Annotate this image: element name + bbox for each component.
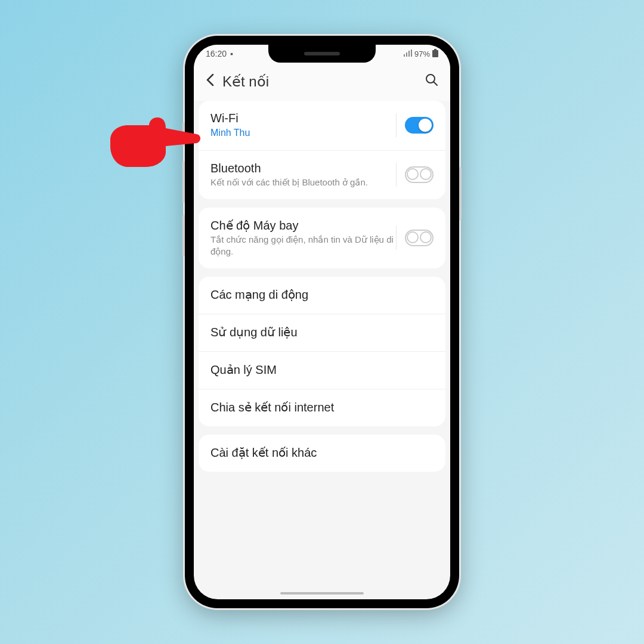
airplane-mode-row[interactable]: Chế độ Máy bay Tắt chức năng gọi điện, n… (199, 208, 445, 269)
bluetooth-row[interactable]: Bluetooth Kết nối với các thiết bị Bluet… (199, 151, 445, 199)
header: Kết nối (194, 63, 450, 101)
status-indicator-icon: ▪ (230, 49, 233, 58)
mobile-networks-label: Các mạng di động (210, 287, 434, 302)
airplane-desc: Tắt chức năng gọi điện, nhắn tin và Dữ l… (210, 234, 396, 258)
card-network: Các mạng di động Sử dụng dữ liệu Quản lý… (199, 277, 445, 426)
other-connection-settings-row[interactable]: Cài đặt kết nối khác (199, 435, 445, 472)
card-wireless: Wi-Fi Minh Thu Bluetooth Kết nối với các… (199, 101, 445, 199)
home-indicator[interactable] (280, 592, 364, 595)
card-airplane: Chế độ Máy bay Tắt chức năng gọi điện, n… (199, 208, 445, 269)
battery-percent: 97% (414, 49, 430, 58)
svg-rect-3 (411, 49, 412, 57)
data-usage-label: Sử dụng dữ liệu (210, 325, 434, 339)
wifi-row[interactable]: Wi-Fi Minh Thu (199, 101, 445, 151)
airplane-toggle[interactable] (405, 230, 434, 246)
other-settings-label: Cài đặt kết nối khác (210, 445, 434, 460)
page-title: Kết nối (222, 73, 269, 90)
sim-management-label: Quản lý SIM (210, 363, 434, 377)
airplane-label: Chế độ Máy bay (210, 218, 396, 233)
phone-screen: 16:20 ▪ 97% Kết nối (194, 45, 450, 599)
volume-down-button (182, 215, 185, 256)
power-button (459, 167, 462, 221)
wifi-network-name: Minh Thu (210, 126, 396, 140)
bluetooth-label: Bluetooth (210, 162, 396, 175)
pointer-hand-annotation (107, 110, 203, 184)
sim-management-row[interactable]: Quản lý SIM (199, 352, 445, 389)
bluetooth-desc: Kết nối với các thiết bị Bluetooth ở gần… (210, 177, 396, 188)
search-button[interactable] (425, 73, 438, 90)
bluetooth-toggle[interactable] (405, 166, 434, 183)
signal-icon (404, 49, 412, 58)
wifi-label: Wi-Fi (210, 112, 396, 125)
status-time: 16:20 (206, 49, 227, 58)
wifi-toggle[interactable] (405, 117, 434, 134)
svg-rect-5 (432, 50, 438, 57)
speaker (304, 52, 340, 55)
mobile-networks-row[interactable]: Các mạng di động (199, 277, 445, 314)
battery-icon (432, 49, 438, 59)
svg-rect-0 (404, 54, 405, 57)
svg-rect-1 (406, 52, 407, 57)
card-other: Cài đặt kết nối khác (199, 435, 445, 472)
data-usage-row[interactable]: Sử dụng dữ liệu (199, 314, 445, 352)
internet-sharing-label: Chia sẻ kết nối internet (210, 400, 434, 414)
svg-rect-2 (408, 51, 410, 57)
svg-line-7 (434, 82, 438, 86)
svg-rect-4 (434, 49, 436, 50)
internet-sharing-row[interactable]: Chia sẻ kết nối internet (199, 389, 445, 426)
phone-notch (268, 45, 376, 63)
back-button[interactable] (206, 73, 214, 90)
settings-content: Wi-Fi Minh Thu Bluetooth Kết nối với các… (194, 101, 450, 472)
phone-frame: 16:20 ▪ 97% Kết nối (185, 36, 459, 608)
